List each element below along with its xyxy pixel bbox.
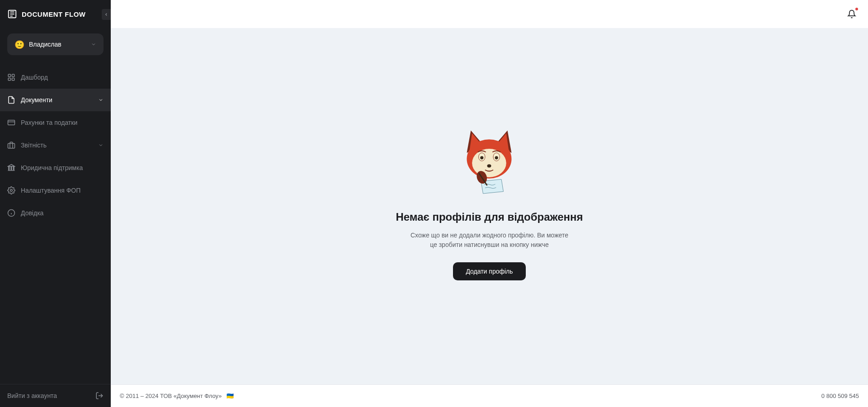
- topbar: [111, 0, 868, 28]
- flag-icon: 🇺🇦: [226, 393, 234, 399]
- logout-button[interactable]: Вийти з аккаунта: [0, 384, 111, 407]
- bell-icon: [847, 9, 856, 19]
- logo-icon: [7, 9, 17, 19]
- main-area: Немає профілів для відображення Схоже що…: [111, 0, 868, 407]
- notification-dot: [855, 8, 858, 10]
- sidebar-item-legal[interactable]: Юридична підтримка: [0, 156, 111, 179]
- svg-rect-12: [9, 166, 9, 170]
- sidebar-item-settings[interactable]: Налаштування ФОП: [0, 179, 111, 202]
- user-profile-dropdown[interactable]: 🙂 Владислав: [7, 33, 104, 55]
- empty-state-description: Схоже що ви не додали жодного профілю. В…: [408, 231, 571, 250]
- document-icon: [7, 96, 15, 104]
- logout-label: Вийти з аккаунта: [7, 392, 90, 399]
- card-icon: [7, 118, 15, 127]
- svg-point-16: [10, 189, 13, 192]
- brand-name: DOCUMENT FLOW: [22, 10, 85, 18]
- nav-label: Рахунки та податки: [21, 119, 104, 126]
- sidebar-item-accounts-taxes[interactable]: Рахунки та податки: [0, 111, 111, 134]
- footer-bar: © 2011 – 2024 ТОВ «Документ Флоу» 🇺🇦 0 8…: [111, 384, 868, 407]
- nav-label: Дашборд: [21, 74, 104, 81]
- svg-rect-13: [11, 166, 12, 170]
- collapse-sidebar-button[interactable]: [102, 9, 111, 20]
- empty-state: Немає профілів для відображення Схоже що…: [396, 114, 583, 280]
- svg-rect-7: [12, 78, 14, 80]
- nav-label: Налаштування ФОП: [21, 187, 104, 194]
- nav-label: Звітність: [21, 142, 93, 149]
- svg-point-22: [472, 149, 507, 177]
- svg-rect-4: [8, 74, 10, 76]
- info-icon: [7, 209, 15, 217]
- empty-state-title: Немає профілів для відображення: [396, 211, 583, 223]
- svg-rect-8: [8, 120, 15, 125]
- svg-rect-6: [8, 78, 10, 80]
- content: Немає профілів для відображення Схоже що…: [111, 28, 868, 384]
- chevron-down-icon: [98, 142, 104, 148]
- briefcase-icon: [7, 141, 15, 149]
- svg-rect-14: [14, 166, 14, 170]
- add-profile-button[interactable]: Додати профіль: [453, 262, 525, 280]
- chevron-down-icon: [98, 97, 104, 103]
- bank-icon: [7, 164, 15, 172]
- fox-illustration-icon: [448, 114, 530, 200]
- notifications-button[interactable]: [846, 9, 857, 19]
- gear-icon: [7, 186, 15, 194]
- footer-phone: 0 800 509 545: [821, 393, 859, 399]
- svg-point-25: [481, 156, 484, 159]
- sidebar-item-reporting[interactable]: Звітність: [0, 134, 111, 156]
- svg-point-27: [487, 164, 491, 167]
- sidebar-item-dashboard[interactable]: Дашборд: [0, 66, 111, 89]
- sidebar: DOCUMENT FLOW 🙂 Владислав Дашборд: [0, 0, 111, 407]
- dashboard-icon: [7, 73, 15, 81]
- copyright-text: © 2011 – 2024 ТОВ «Документ Флоу»: [120, 393, 222, 399]
- footer-left: © 2011 – 2024 ТОВ «Документ Флоу» 🇺🇦: [120, 393, 234, 399]
- sidebar-header: DOCUMENT FLOW: [0, 0, 111, 28]
- user-avatar-icon: 🙂: [14, 40, 24, 49]
- user-name-label: Владислав: [29, 41, 85, 48]
- svg-point-26: [495, 156, 498, 159]
- logout-icon: [95, 392, 104, 400]
- chevron-down-icon: [91, 42, 96, 47]
- sidebar-item-help[interactable]: Довідка: [0, 202, 111, 224]
- nav-label: Юридична підтримка: [21, 164, 104, 171]
- sidebar-item-documents[interactable]: Документи: [0, 89, 111, 111]
- nav-list: Дашборд Документи Рахунки та податки: [0, 66, 111, 384]
- nav-label: Довідка: [21, 209, 104, 217]
- svg-rect-5: [12, 74, 14, 76]
- nav-label: Документи: [21, 96, 93, 104]
- svg-rect-10: [8, 143, 15, 148]
